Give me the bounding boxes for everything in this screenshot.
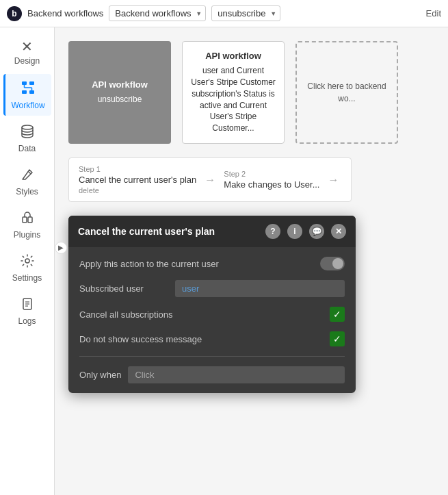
cancel-all-checkbox[interactable]: ✓ (330, 307, 345, 322)
main-content: API workflow unsubscribe API workflow us… (55, 27, 448, 495)
data-icon (20, 124, 35, 141)
step-arrow-2: → (325, 174, 341, 186)
svg-rect-10 (28, 217, 32, 223)
modal-close-icon[interactable]: ✕ (331, 224, 346, 239)
sidebar-item-data[interactable]: Data (3, 118, 51, 159)
sidebar-label-plugins: Plugins (14, 230, 40, 240)
card2-body: user and Current User's Stripe Customer … (191, 65, 276, 134)
sidebar-label-logs: Logs (18, 316, 36, 326)
modal-body: Apply this action to the current user Su… (68, 247, 356, 393)
modal-header-icons: ? i 💬 ✕ (265, 224, 346, 239)
modal-title: Cancel the current user's plan (78, 226, 215, 237)
workflow-name-dropdown[interactable]: unsubscribe (211, 5, 280, 21)
apply-action-label: Apply this action to the current user (79, 259, 219, 269)
sidebar-item-plugins[interactable]: Plugins (3, 205, 51, 245)
svg-line-8 (28, 171, 31, 174)
step2-label: Step 2 (224, 170, 319, 178)
settings-icon (20, 253, 35, 270)
subscribed-user-row: Subscribed user user (79, 280, 345, 297)
top-bar: b Backend workflows Backend workflows un… (0, 0, 448, 27)
logs-icon (20, 296, 35, 314)
design-icon: ✕ (21, 40, 33, 53)
sidebar-item-settings[interactable]: Settings (3, 248, 51, 288)
only-when-row: Only when Click (79, 366, 345, 383)
svg-rect-9 (23, 217, 27, 223)
sidebar: ✕ Design Workflow (0, 27, 55, 495)
step1-delete[interactable]: delete (79, 186, 196, 194)
sidebar-item-workflow[interactable]: Workflow (3, 74, 51, 116)
sidebar-label-settings: Settings (12, 273, 42, 283)
step2-title: Make changes to User... (224, 179, 319, 190)
do-not-show-checkbox[interactable]: ✓ (330, 331, 345, 346)
cancel-all-row: Cancel all subscriptions ✓ (79, 307, 345, 322)
sidebar-label-styles: Styles (16, 187, 38, 196)
modal-info-icon[interactable]: i (287, 224, 302, 239)
svg-rect-1 (29, 81, 34, 85)
card1-body: unsubscribe (98, 94, 142, 105)
svg-rect-3 (29, 90, 34, 94)
step-2-box[interactable]: Step 2 Make changes to User... (224, 170, 319, 190)
card3-link: Click here to backend wo... (305, 80, 388, 105)
sidebar-collapse-arrow[interactable]: ▶ (55, 242, 67, 254)
only-when-label: Only when (79, 370, 121, 380)
subscribed-user-value[interactable]: user (175, 280, 345, 297)
modal-question-icon[interactable]: ? (265, 224, 280, 239)
step1-label: Step 1 (79, 165, 196, 173)
app-name: Backend workflows (27, 8, 103, 18)
app-name-dropdown[interactable]: Backend workflows (109, 5, 206, 21)
cancel-plan-modal: Cancel the current user's plan ? i 💬 ✕ (68, 216, 356, 393)
sidebar-item-design[interactable]: ✕ Design (3, 34, 51, 71)
subscribed-user-label: Subscribed user (79, 283, 175, 294)
canvas-area: API workflow unsubscribe API workflow us… (55, 27, 448, 407)
modal-divider (79, 356, 345, 357)
sidebar-label-data: Data (18, 144, 36, 153)
sidebar-item-styles[interactable]: Styles (3, 162, 51, 202)
plugins-icon (20, 210, 35, 227)
apply-action-toggle[interactable] (320, 257, 345, 270)
only-when-input[interactable]: Click (128, 366, 345, 383)
app-name-select[interactable]: Backend workflows (109, 5, 206, 21)
sidebar-label-design: Design (14, 56, 40, 66)
do-not-show-label: Do not show success message (79, 334, 202, 344)
step1-title: Cancel the current user's plan (79, 175, 196, 185)
svg-rect-0 (22, 81, 27, 85)
workflow-name-select[interactable]: unsubscribe (211, 5, 280, 21)
edit-button[interactable]: Edit (426, 8, 441, 18)
steps-row: Step 1 Cancel the current user's plan de… (68, 157, 352, 202)
step-1-box[interactable]: Step 1 Cancel the current user's plan de… (79, 165, 196, 194)
layout: ✕ Design Workflow (0, 27, 448, 495)
svg-rect-2 (22, 90, 27, 94)
styles-icon (20, 167, 35, 184)
sidebar-label-workflow: Workflow (11, 101, 44, 110)
svg-point-11 (25, 259, 29, 263)
workflow-card-3[interactable]: Click here to backend wo... (295, 41, 398, 144)
modal-header: Cancel the current user's plan ? i 💬 ✕ (68, 216, 356, 247)
svg-point-7 (22, 125, 33, 129)
card1-title: API workflow (92, 79, 148, 90)
modal-chat-icon[interactable]: 💬 (309, 224, 324, 239)
workflow-card-2[interactable]: API workflow user and Current User's Str… (182, 41, 285, 144)
workflow-icon (20, 79, 36, 98)
apply-action-row: Apply this action to the current user (79, 257, 345, 270)
sidebar-item-logs[interactable]: Logs (3, 291, 51, 331)
cancel-all-label: Cancel all subscriptions (79, 309, 173, 320)
workflow-card-1[interactable]: API workflow unsubscribe (68, 41, 171, 144)
card2-title: API workflow (205, 51, 261, 61)
workflow-cards: API workflow unsubscribe API workflow us… (68, 41, 434, 144)
app-logo: b (7, 6, 22, 21)
step-arrow-1: → (202, 174, 218, 186)
do-not-show-row: Do not show success message ✓ (79, 331, 345, 346)
